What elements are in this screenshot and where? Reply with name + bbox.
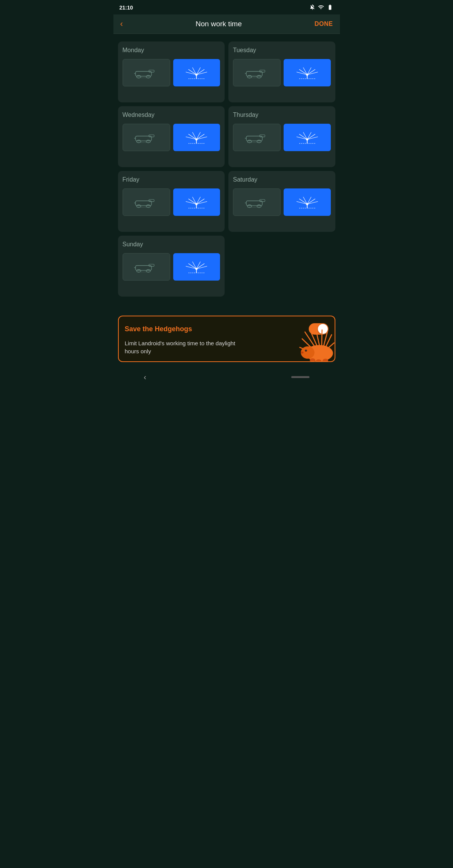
- day-label-wednesday: Wednesday: [123, 112, 220, 118]
- day-card-thursday: Thursday: [228, 106, 335, 167]
- mower-button-thursday[interactable]: [233, 124, 281, 151]
- svg-line-99: [310, 330, 317, 346]
- mower-button-wednesday[interactable]: [123, 124, 170, 151]
- day-buttons-sunday: [123, 253, 220, 281]
- day-label-sunday: Sunday: [123, 241, 220, 248]
- sprinkler-button-thursday[interactable]: [284, 124, 330, 151]
- day-label-thursday: Thursday: [233, 112, 331, 118]
- status-time: 21:10: [120, 5, 133, 11]
- svg-point-96: [196, 268, 198, 270]
- day-buttons-saturday: [233, 188, 331, 216]
- day-buttons-friday: [123, 188, 220, 216]
- main-content: Monday: [113, 34, 340, 304]
- svg-point-54: [306, 138, 308, 140]
- svg-point-40: [196, 138, 198, 140]
- svg-point-110: [305, 350, 306, 351]
- svg-line-98: [305, 332, 315, 348]
- day-card-tuesday: Tuesday: [228, 41, 335, 102]
- hedgehog-description: Limit Landroid's working time to the day…: [125, 339, 247, 355]
- done-button[interactable]: DONE: [314, 21, 333, 27]
- notification-muted-icon: [309, 4, 316, 11]
- svg-line-101: [322, 330, 322, 345]
- day-label-friday: Friday: [123, 176, 220, 183]
- sprinkler-button-saturday[interactable]: [284, 188, 330, 216]
- battery-icon: [326, 4, 334, 11]
- mower-button-tuesday[interactable]: [233, 59, 281, 86]
- status-icons: [309, 4, 334, 11]
- svg-point-82: [306, 203, 308, 205]
- mower-button-saturday[interactable]: [233, 188, 281, 216]
- svg-point-16: [257, 75, 261, 78]
- bottom-nav: ‹: [113, 368, 340, 389]
- sprinkler-button-wednesday[interactable]: [173, 124, 220, 151]
- day-card-wednesday: Wednesday: [118, 106, 225, 167]
- day-label-saturday: Saturday: [233, 176, 331, 183]
- svg-line-100: [316, 330, 319, 345]
- page-title: Non work time: [196, 20, 242, 28]
- sprinkler-button-friday[interactable]: [173, 188, 220, 216]
- hedgehog-title: Save the Hedgehogs: [125, 325, 192, 333]
- svg-point-2: [146, 75, 150, 78]
- system-back-button[interactable]: ‹: [144, 373, 147, 381]
- day-buttons-thursday: [233, 124, 331, 151]
- hedgehog-card: Save the Hedgehogs Limit Landroid's work…: [118, 316, 335, 362]
- header: ‹ Non work time DONE: [113, 14, 340, 34]
- sprinkler-button-monday[interactable]: [173, 59, 220, 86]
- day-buttons-monday: [123, 59, 220, 86]
- mower-button-monday[interactable]: [123, 59, 170, 86]
- mower-button-friday[interactable]: [123, 188, 170, 216]
- day-card-monday: Monday: [118, 41, 225, 102]
- day-card-saturday: Saturday: [228, 171, 335, 232]
- status-bar: 21:10: [113, 0, 340, 14]
- days-grid: Monday: [118, 41, 335, 297]
- svg-point-114: [322, 359, 328, 362]
- sprinkler-button-tuesday[interactable]: [284, 59, 330, 86]
- day-buttons-tuesday: [233, 59, 331, 86]
- day-card-sunday: Sunday: [118, 236, 225, 297]
- wifi-icon: [318, 4, 324, 11]
- svg-point-15: [247, 75, 251, 78]
- sprinkler-button-sunday[interactable]: [173, 253, 220, 281]
- day-buttons-wednesday: [123, 124, 220, 151]
- svg-point-12: [196, 73, 198, 76]
- svg-point-112: [309, 358, 315, 362]
- mower-button-sunday[interactable]: [123, 253, 170, 281]
- day-label-tuesday: Tuesday: [233, 47, 331, 54]
- svg-point-111: [301, 351, 303, 353]
- hedgehog-illustration: [294, 329, 335, 362]
- home-pill[interactable]: [291, 376, 309, 378]
- back-button[interactable]: ‹: [120, 20, 123, 28]
- svg-point-26: [306, 73, 308, 76]
- day-label-monday: Monday: [123, 47, 220, 54]
- day-card-friday: Friday: [118, 171, 225, 232]
- svg-point-1: [137, 75, 141, 78]
- svg-point-68: [196, 203, 198, 205]
